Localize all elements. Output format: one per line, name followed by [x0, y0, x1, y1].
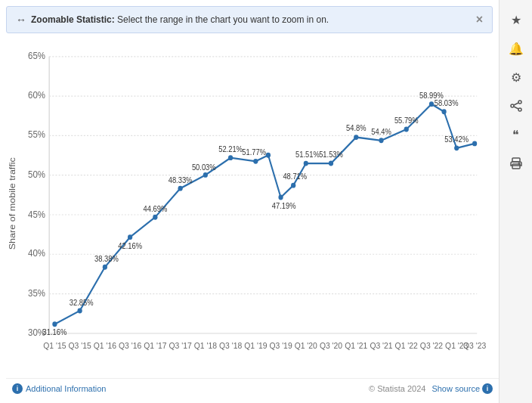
svg-point-47 [304, 161, 308, 166]
svg-point-77 [518, 108, 521, 111]
svg-text:53.42%: 53.42% [444, 135, 469, 144]
svg-text:60%: 60% [28, 89, 45, 101]
svg-text:55%: 55% [28, 129, 45, 141]
chart-line [54, 104, 475, 324]
svg-text:50%: 50% [28, 169, 45, 180]
svg-line-78 [514, 103, 518, 105]
print-button[interactable] [503, 150, 530, 177]
svg-point-45 [278, 195, 283, 200]
show-source-info-icon: i [482, 383, 493, 394]
svg-text:Q3 '21: Q3 '21 [370, 341, 392, 351]
svg-text:51.51%: 51.51% [295, 150, 320, 159]
show-source-link[interactable]: Show source i [431, 383, 493, 394]
footer-right: © Statista 2024 Show source i [369, 383, 493, 394]
svg-text:35%: 35% [28, 287, 45, 299]
svg-text:38.38%: 38.38% [94, 254, 119, 263]
svg-text:44.69%: 44.69% [144, 204, 168, 213]
notification-button[interactable]: 🔔 [503, 35, 530, 62]
svg-point-82 [518, 163, 520, 165]
svg-text:Q1 '21: Q1 '21 [345, 341, 367, 351]
svg-point-54 [454, 145, 459, 150]
svg-point-40 [178, 186, 182, 191]
svg-point-39 [153, 215, 157, 220]
svg-text:52.21%: 52.21% [218, 144, 243, 153]
svg-point-37 [103, 265, 107, 270]
info-icon: i [12, 383, 23, 394]
svg-point-36 [78, 308, 82, 314]
svg-text:Q1 '20: Q1 '20 [295, 341, 317, 351]
svg-text:Q1 '16: Q1 '16 [94, 341, 116, 351]
show-source-label: Show source [431, 384, 480, 393]
svg-text:58.03%: 58.03% [435, 99, 459, 108]
svg-text:51.53%: 51.53% [319, 150, 343, 159]
chart-svg[interactable]: 65% 60% 55% 50% 45% 40% 35% 30% Share of… [6, 39, 493, 377]
sidebar: ★ 🔔 ⚙ ❝ [499, 0, 532, 403]
svg-point-43 [253, 159, 258, 164]
svg-point-48 [329, 161, 333, 166]
svg-point-55 [472, 141, 477, 146]
svg-point-38 [128, 234, 132, 240]
svg-line-79 [514, 107, 518, 109]
svg-text:40%: 40% [28, 248, 45, 259]
y-axis: 65% 60% 55% 50% 45% 40% 35% 30% [28, 51, 477, 339]
x-axis: Q1 '15 Q3 '15 Q1 '16 Q3 '16 Q1 '17 Q3 '1… [43, 341, 486, 351]
svg-point-44 [266, 153, 271, 158]
svg-text:Q3 '17: Q3 '17 [169, 341, 191, 351]
svg-text:47.19%: 47.19% [272, 202, 296, 211]
svg-text:Q1 '15: Q1 '15 [43, 341, 66, 351]
zoom-close-button[interactable]: × [476, 13, 483, 26]
svg-text:Q1 '19: Q1 '19 [244, 341, 267, 351]
chart-area: 65% 60% 55% 50% 45% 40% 35% 30% Share of… [6, 39, 493, 377]
zoom-banner: ↔ Zoomable Statistic: Select the range i… [6, 6, 493, 33]
svg-point-51 [404, 127, 409, 132]
y-axis-label: Share of mobile traffic [8, 157, 17, 250]
svg-text:48.71%: 48.71% [283, 172, 307, 181]
statista-copyright: © Statista 2024 [369, 384, 425, 393]
main-content: ↔ Zoomable Statistic: Select the range i… [0, 0, 499, 403]
svg-text:32.85%: 32.85% [70, 299, 94, 308]
svg-point-49 [354, 135, 358, 140]
svg-point-75 [518, 101, 521, 104]
svg-point-53 [441, 109, 446, 114]
svg-point-42 [228, 155, 233, 160]
additional-info-label: Additional Information [26, 384, 106, 393]
zoom-banner-left: ↔ Zoomable Statistic: Select the range i… [16, 14, 329, 26]
footer: i Additional Information © Statista 2024… [6, 378, 499, 397]
svg-text:Q3 '18: Q3 '18 [219, 341, 242, 351]
svg-text:Q1 '18: Q1 '18 [194, 341, 217, 351]
svg-point-76 [511, 104, 514, 107]
share-button[interactable] [503, 92, 530, 119]
svg-point-46 [291, 183, 295, 188]
svg-text:55.79%: 55.79% [394, 116, 419, 126]
zoom-text: Zoomable Statistic: Select the range in … [31, 14, 329, 25]
additional-info-link[interactable]: i Additional Information [12, 383, 106, 394]
svg-point-50 [379, 138, 383, 143]
svg-text:Q1 '22: Q1 '22 [395, 341, 418, 351]
svg-point-52 [429, 101, 434, 107]
svg-text:51.77%: 51.77% [242, 148, 266, 157]
svg-text:Q3 '22: Q3 '22 [420, 341, 443, 351]
svg-text:Q3 '20: Q3 '20 [320, 341, 342, 351]
svg-text:31.16%: 31.16% [43, 328, 67, 337]
svg-text:54.8%: 54.8% [346, 124, 367, 133]
quote-button[interactable]: ❝ [503, 121, 530, 148]
svg-text:54.4%: 54.4% [371, 127, 391, 136]
svg-text:50.03%: 50.03% [192, 163, 216, 172]
svg-text:Q3 '15: Q3 '15 [69, 341, 91, 351]
svg-text:Q1 '17: Q1 '17 [144, 341, 166, 351]
zoom-icon: ↔ [16, 14, 26, 26]
favorite-button[interactable]: ★ [503, 6, 530, 33]
svg-text:Q3 '16: Q3 '16 [119, 341, 141, 351]
svg-text:48.33%: 48.33% [169, 175, 193, 184]
svg-text:42.16%: 42.16% [118, 241, 142, 250]
svg-text:45%: 45% [28, 209, 45, 220]
zoom-bold: Zoomable Statistic: [31, 14, 115, 25]
zoom-desc: Select the range in the chart you want t… [117, 14, 329, 25]
svg-text:Q3 '19: Q3 '19 [269, 341, 292, 351]
svg-point-35 [52, 321, 57, 327]
svg-text:65%: 65% [28, 51, 45, 62]
svg-text:Q3 '23: Q3 '23 [463, 341, 486, 351]
page-container: ↔ Zoomable Statistic: Select the range i… [0, 0, 532, 403]
settings-button[interactable]: ⚙ [503, 64, 530, 91]
svg-point-41 [203, 172, 208, 178]
